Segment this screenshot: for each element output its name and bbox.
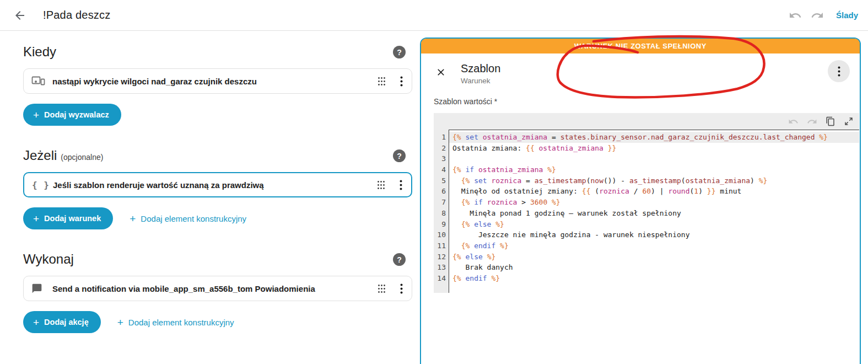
add-building-block-button[interactable]: + Dodaj element konstrukcyjny [130,213,246,224]
copy-icon [826,116,835,126]
close-button[interactable] [432,63,450,81]
section-title-wykonaj: Wykonaj [23,251,74,267]
main-content: Kiedy ? nastąpi wykrycie wilgoci nad_gar… [0,31,868,364]
code-line[interactable]: {% set roznica = as_timestamp(now()) - a… [449,175,859,186]
undo-icon [788,116,799,127]
action-row[interactable]: Send a notification via mobile_app_sm_a5… [23,276,412,301]
help-icon[interactable]: ? [393,253,406,266]
editor-copy-button[interactable] [826,116,835,126]
plus-icon: + [117,317,123,328]
section-actions-header: Wykonaj ? [23,251,412,267]
code-line[interactable]: {% endif %} [449,240,859,251]
page-title: !Pada deszcz [43,9,110,22]
top-app-bar: !Pada deszcz Ślady [0,0,868,31]
add-building-block-button[interactable]: + Dodaj element konstrukcyjny [117,317,234,328]
code-line[interactable]: Minęło od ostatniej zmiany: {{ (roznica … [449,186,859,197]
template-code-editor: 1234567891011121314 {% set ostatnia_zmia… [434,113,859,293]
code-lines[interactable]: {% set ostatnia_zmiana = states.binary_s… [449,130,859,293]
code-line[interactable]: Ostatnia zmiana: {{ ostatnia_zmiana }} [449,143,859,154]
trigger-row[interactable]: nastąpi wykrycie wilgoci nad_garaz czujn… [23,68,412,94]
section-title-kiedy: Kiedy [23,44,56,60]
braces-template-icon: { } [32,180,53,190]
row-menu-kebab-icon[interactable] [400,180,402,190]
undo-icon [789,9,802,22]
add-action-button[interactable]: + Dodaj akcję [23,311,101,333]
close-icon [435,67,446,78]
drag-handle-icon[interactable] [378,284,386,293]
code-line[interactable]: {% else %} [449,251,859,263]
code-line[interactable]: {% else %} [449,219,859,230]
back-arrow-icon [13,9,26,22]
plus-icon: + [33,110,39,120]
editor-undo-button[interactable] [788,116,799,127]
code-line[interactable]: Jeszcze nie minęła godzina - warunek nie… [449,229,859,240]
section-suffix-optional: (opcjonalne) [61,153,103,162]
code-area[interactable]: 1234567891011121314 {% set ostatnia_zmia… [434,130,859,293]
plus-icon: + [33,213,39,224]
condition-not-met-banner: WARUNEK NIE ZOSTAŁ SPEŁNIONY [421,39,860,53]
line-gutter: 1234567891011121314 [434,130,449,293]
redo-icon [811,9,824,22]
condition-title: Szablon [461,62,500,75]
drag-handle-icon[interactable] [378,77,386,86]
notification-message-icon [31,283,52,294]
condition-subtitle: Warunek [461,77,500,85]
trigger-row-label: nastąpi wykrycie wilgoci nad_garaz czujn… [52,77,378,86]
code-line[interactable]: {% if ostatnia_zmiana %} [449,164,859,175]
code-line[interactable]: Minęła ponad 1 godzinę – warunek został … [449,208,859,219]
row-menu-kebab-icon[interactable] [400,283,403,294]
traces-link[interactable]: Ślady [836,10,858,20]
action-row-label: Send a notification via mobile_app_sm_a5… [52,284,378,293]
undo-button[interactable] [784,4,806,26]
plus-icon: + [33,317,39,328]
code-line[interactable]: {% set ostatnia_zmiana = states.binary_s… [449,132,859,143]
condition-row[interactable]: { } Jeśli szablon renderuje wartość uzna… [23,172,412,197]
section-title-jezeli: Jeżeli [23,148,57,163]
plus-icon: + [130,213,136,224]
editor-fullscreen-button[interactable] [844,116,854,126]
add-trigger-button[interactable]: + Dodaj wyzwalacz [23,104,121,126]
kebab-icon [838,66,840,77]
code-line[interactable]: {% endif %} [449,273,859,284]
condition-card-header: Szablon Warunek [421,53,860,89]
editor-toolbar [434,113,859,130]
section-triggers-header: Kiedy ? [23,44,412,60]
card-menu-button[interactable] [828,60,850,82]
condition-row-label: Jeśli szablon renderuje wartość uznaną z… [53,180,377,190]
code-line[interactable]: {% if roznica > 3600 %} [449,197,859,208]
redo-button[interactable] [806,4,828,26]
help-icon[interactable]: ? [393,46,406,58]
help-icon[interactable]: ? [393,149,406,162]
section-conditions-header: Jeżeli (opcjonalne) ? [23,148,412,163]
value-template-label: Szablon wartości * [434,97,860,106]
drag-handle-icon[interactable] [377,180,385,190]
add-condition-button[interactable]: + Dodaj warunek [23,207,113,229]
code-line[interactable]: Brak danych [449,262,859,273]
editor-redo-button[interactable] [807,116,817,127]
expand-icon [844,116,854,126]
moisture-device-icon [31,76,52,87]
automation-editor-column: Kiedy ? nastąpi wykrycie wilgoci nad_gar… [23,44,412,355]
code-line[interactable] [449,153,859,164]
redo-icon [807,116,817,127]
condition-editor-card: WARUNEK NIE ZOSTAŁ SPEŁNIONY Szablon War… [420,38,861,364]
back-button[interactable] [9,4,31,26]
row-menu-kebab-icon[interactable] [400,76,403,87]
